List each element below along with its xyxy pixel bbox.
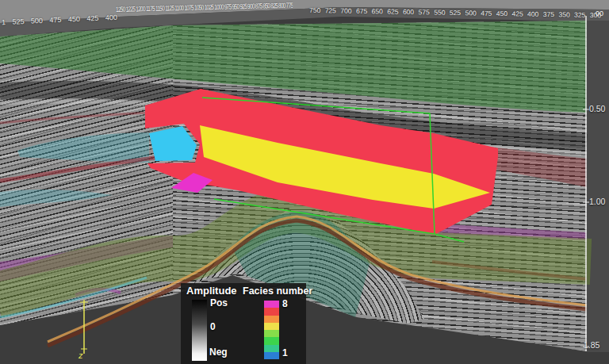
- axis-tick: 675: [356, 7, 367, 15]
- facies-min-label: 1: [282, 347, 288, 358]
- axis-tick: 500: [31, 17, 43, 25]
- teal-horizon-patch-upper: [17, 132, 149, 163]
- axis-tick: 725: [325, 6, 336, 14]
- axis-tick: 750: [309, 6, 320, 14]
- axis-tick: 450: [496, 10, 508, 17]
- facies-colorbar: [264, 301, 279, 359]
- facies-color-segment: [264, 345, 279, 352]
- amplitude-neg-label: Neg: [209, 347, 228, 358]
- green-shallow-horizon-wash: [0, 21, 587, 113]
- axis-tick: 600: [403, 8, 414, 16]
- cyan-geobody[interactable]: [149, 126, 197, 161]
- facies-color-segment: [264, 337, 279, 344]
- amplitude-legend-title: Amplitude: [186, 285, 237, 297]
- axis-tick: 500: [465, 9, 476, 17]
- axis-tick: 400: [527, 10, 538, 18]
- amplitude-pos-label: Pos: [210, 297, 228, 308]
- facies-color-segment: [264, 330, 279, 337]
- axis-tick: 525: [450, 9, 461, 17]
- depth-label-100: 1.00: [589, 197, 605, 206]
- seismic-3d-viewport[interactable]: 1525500475450425400 1250 1225 1200 1175 …: [0, 0, 609, 364]
- axis-tick: 425: [86, 14, 98, 23]
- axis-tick: 425: [511, 10, 523, 17]
- amplitude-zero-label: 0: [210, 321, 216, 332]
- axis-tick: 475: [49, 16, 61, 25]
- facies-color-segment: [264, 316, 279, 323]
- axis-tick: 700: [340, 6, 351, 14]
- facies-color-segment: [264, 301, 279, 308]
- facies-max-label: 8: [282, 298, 288, 309]
- depth-label-050: 0.50: [589, 104, 605, 113]
- z-axis-label: z: [79, 351, 83, 360]
- axis-corner-label: 00: [596, 10, 603, 17]
- facies-legend-title: Facies number: [243, 285, 312, 297]
- axis-tick: 550: [434, 9, 445, 17]
- axis-tick: 1: [2, 18, 6, 26]
- teal-horizon-patch-lower: [0, 190, 113, 207]
- axis-tick: 575: [419, 8, 430, 16]
- facies-color-segment: [264, 323, 279, 330]
- facies-color-segment: [264, 308, 279, 315]
- axis-tick: 625: [387, 8, 398, 16]
- axis-tick: 475: [481, 10, 492, 17]
- facies-color-segment: [264, 352, 279, 359]
- axis-tick: 400: [105, 13, 117, 22]
- axis-tick: 525: [12, 17, 24, 26]
- axis-tick: 350: [558, 10, 569, 18]
- axis-tick: 325: [574, 11, 585, 19]
- axis-tick: 650: [372, 7, 383, 15]
- axis-tick: 450: [68, 15, 80, 24]
- depth-label-185: 1.85: [584, 340, 599, 350]
- amplitude-colorbar: [192, 300, 207, 361]
- axis-tick: 375: [543, 10, 554, 18]
- legend-panel: Amplitude Pos 0 Neg Facies number 8 1: [181, 283, 306, 364]
